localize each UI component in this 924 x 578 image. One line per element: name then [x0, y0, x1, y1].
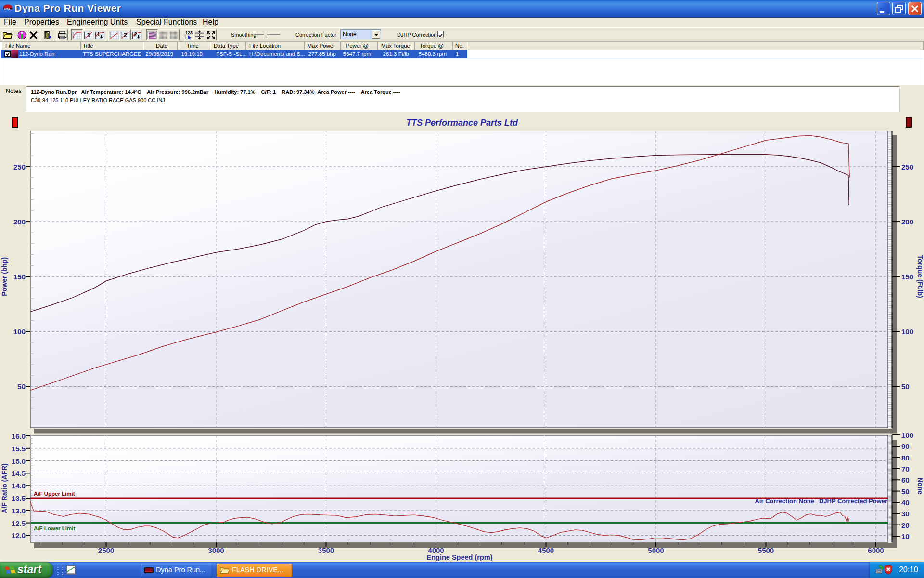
svg-text:A/F Lower Limit: A/F Lower Limit [34, 525, 75, 531]
svg-text:2: 2 [134, 31, 137, 37]
svg-text:2: 2 [124, 32, 127, 39]
svg-text:15.5: 15.5 [12, 445, 26, 453]
svg-text:90: 90 [901, 442, 910, 450]
svg-text:70: 70 [901, 465, 910, 473]
svg-text:30: 30 [901, 510, 910, 518]
svg-text:12.5: 12.5 [12, 519, 26, 527]
svg-text:2500: 2500 [98, 546, 114, 554]
svg-text:50: 50 [17, 382, 26, 391]
svg-text:250: 250 [901, 163, 913, 171]
svg-text:3000: 3000 [208, 546, 224, 554]
svg-text:5500: 5500 [758, 546, 774, 554]
svg-text:200: 200 [901, 218, 913, 226]
svg-text:20: 20 [901, 521, 910, 529]
svg-text:1: 1 [97, 31, 100, 37]
svg-text:14.5: 14.5 [12, 469, 26, 477]
svg-text:200: 200 [13, 218, 26, 226]
svg-text:Power (bhp): Power (bhp) [0, 257, 8, 296]
svg-text:DJHP Corrected Power: DJHP Corrected Power [819, 498, 887, 505]
svg-text:DYNA: DYNA [4, 8, 10, 10]
svg-text:10: 10 [901, 532, 910, 540]
svg-text:150: 150 [13, 273, 26, 281]
svg-text:50: 50 [901, 487, 910, 496]
svg-text:60: 60 [901, 476, 910, 484]
svg-text:15.0: 15.0 [12, 457, 26, 465]
svg-text:100: 100 [901, 431, 913, 439]
svg-text:12.0: 12.0 [12, 531, 26, 539]
svg-text:13.5: 13.5 [12, 494, 26, 502]
svg-text:40: 40 [901, 499, 910, 507]
svg-text:250: 250 [13, 163, 26, 171]
svg-text:123: 123 [185, 30, 192, 35]
svg-text:Air Correction None: Air Correction None [755, 498, 814, 505]
svg-text:Torque (Ft/lb): Torque (Ft/lb) [916, 255, 924, 298]
svg-text:150: 150 [901, 273, 913, 281]
svg-text:4500: 4500 [538, 546, 554, 554]
svg-text:100: 100 [901, 328, 913, 336]
svg-text:None: None [916, 478, 924, 495]
svg-text:13.0: 13.0 [12, 507, 26, 515]
svg-text:50: 50 [901, 382, 910, 391]
svg-text:14.0: 14.0 [12, 482, 26, 490]
svg-text:3500: 3500 [318, 546, 334, 554]
svg-text:5000: 5000 [648, 546, 664, 554]
svg-text:100: 100 [13, 328, 26, 336]
svg-text:80: 80 [901, 454, 910, 462]
svg-text:Engine Speed (rpm): Engine Speed (rpm) [427, 553, 493, 561]
svg-text:A/F Ratio (AFR): A/F Ratio (AFR) [0, 463, 8, 513]
svg-text:6000: 6000 [868, 546, 884, 554]
svg-text:16.0: 16.0 [12, 432, 26, 440]
svg-text:TTS Performance Parts Ltd: TTS Performance Parts Ltd [406, 118, 518, 128]
svg-text:A/F Upper Limit: A/F Upper Limit [34, 491, 75, 497]
svg-text:1: 1 [87, 32, 90, 39]
